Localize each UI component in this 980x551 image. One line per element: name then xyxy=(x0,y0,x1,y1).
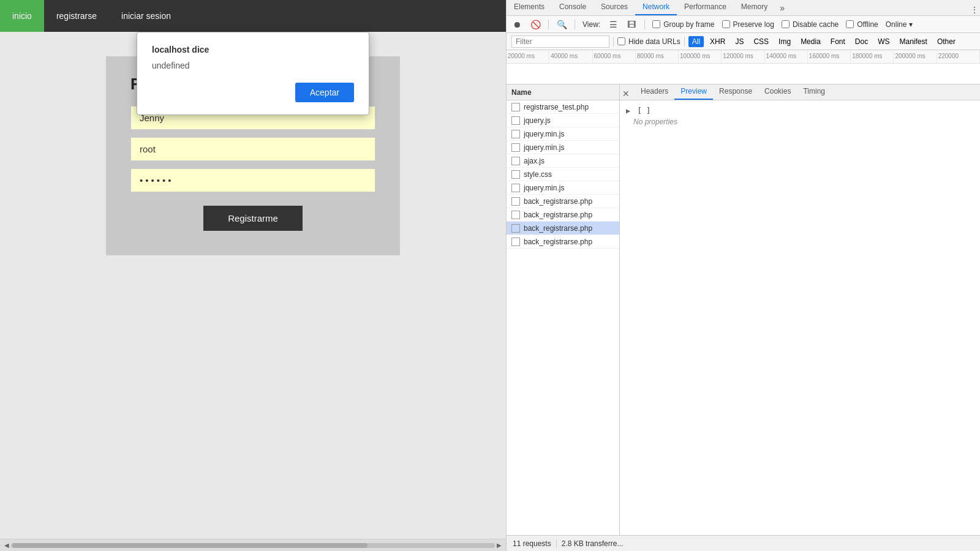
view-list-icon[interactable]: ☰ xyxy=(608,19,619,30)
timeline-label-8: 180000 ms xyxy=(851,50,894,63)
table-row[interactable]: jquery.min.js xyxy=(507,181,619,195)
tab-performance[interactable]: Performance xyxy=(677,0,734,15)
tab-elements[interactable]: Elements xyxy=(507,0,552,15)
file-checkbox-9[interactable] xyxy=(511,224,520,233)
disable-cache-label: Disable cache xyxy=(793,20,839,29)
username-input[interactable] xyxy=(130,137,375,161)
hide-data-urls-label: Hide data URLs xyxy=(628,37,680,46)
table-row[interactable]: registrarse_test.php xyxy=(507,100,619,114)
filter-media[interactable]: Media xyxy=(797,36,824,47)
nav-inicio[interactable]: inicio xyxy=(0,0,44,32)
file-name-1: jquery.js xyxy=(524,116,551,125)
alert-dialog: localhost dice undefined Aceptar xyxy=(137,32,369,115)
devtools-more-icon[interactable]: » xyxy=(775,1,790,15)
hide-data-urls-checkbox[interactable] xyxy=(617,37,625,45)
table-row[interactable]: jquery.min.js xyxy=(507,127,619,141)
file-checkbox-2[interactable] xyxy=(511,130,520,138)
page-area: Registrarse Registrarme localhost dice u… xyxy=(0,32,506,539)
devtools-settings-icon[interactable]: ⋮ xyxy=(969,4,980,15)
scrollbar-track[interactable] xyxy=(11,543,495,548)
filter-js[interactable]: JS xyxy=(731,36,747,47)
filter-all[interactable]: All xyxy=(688,36,704,47)
disable-cache-checkbox[interactable] xyxy=(782,20,790,28)
view-screenshot-icon[interactable]: 🎞 xyxy=(626,19,637,30)
filter-other[interactable]: Other xyxy=(933,36,959,47)
name-column-header: Name xyxy=(511,88,532,97)
filter-css[interactable]: CSS xyxy=(750,36,772,47)
table-row[interactable]: jquery.min.js xyxy=(507,141,619,154)
preserve-log-checkbox[interactable] xyxy=(722,20,730,28)
file-checkbox-10[interactable] xyxy=(511,238,520,246)
close-details-icon[interactable]: ✕ xyxy=(620,88,632,100)
scrollbar-thumb[interactable] xyxy=(12,543,368,548)
toolbar-separator-2 xyxy=(575,20,575,29)
navbar: inicio registrarse iniciar sesion xyxy=(0,0,506,32)
timeline-label-4: 100000 ms xyxy=(679,50,722,63)
file-checkbox-3[interactable] xyxy=(511,143,520,152)
offline-checkbox[interactable] xyxy=(846,20,854,28)
file-name-4: ajax.js xyxy=(524,157,545,165)
table-row[interactable]: jquery.js xyxy=(507,114,619,127)
group-by-frame-checkbox[interactable] xyxy=(652,20,660,28)
filter-doc[interactable]: Doc xyxy=(851,36,872,47)
scroll-left-icon[interactable]: ◀ xyxy=(2,541,11,550)
filter-input[interactable] xyxy=(511,36,609,48)
nav-iniciar-sesion[interactable]: iniciar sesion xyxy=(109,0,183,32)
nav-registrarse[interactable]: registrarse xyxy=(44,0,109,32)
filter-img[interactable]: Img xyxy=(775,36,794,47)
timeline-labels: 20000 ms 40000 ms 60000 ms 80000 ms 1000… xyxy=(507,50,980,64)
password-input[interactable] xyxy=(130,168,375,192)
file-checkbox-7[interactable] xyxy=(511,197,520,206)
file-checkbox-0[interactable] xyxy=(511,103,520,111)
search-icon[interactable]: 🔍 xyxy=(556,19,567,30)
json-expand-icon[interactable]: ▶ xyxy=(626,107,630,115)
tab-memory[interactable]: Memory xyxy=(734,0,775,15)
file-checkbox-6[interactable] xyxy=(511,184,520,192)
devtools-tab-bar: Elements Console Sources Network Perform… xyxy=(507,0,980,16)
filter-font[interactable]: Font xyxy=(827,36,849,47)
timeline-label-10: 220000 xyxy=(937,50,980,63)
view-label: View: xyxy=(582,20,600,29)
timeline-label-1: 40000 ms xyxy=(549,50,592,63)
file-list-panel: Name registrarse_test.php jquery.js jque… xyxy=(507,84,620,535)
filter-ws[interactable]: WS xyxy=(874,36,893,47)
tab-console[interactable]: Console xyxy=(552,0,594,15)
table-row[interactable]: back_registrarse.php xyxy=(507,208,619,222)
file-name-9: back_registrarse.php xyxy=(524,224,592,233)
online-label[interactable]: Online ▾ xyxy=(886,20,913,29)
tab-sources[interactable]: Sources xyxy=(594,0,635,15)
json-array-label: [ ] xyxy=(637,107,650,115)
details-panel: ✕ Headers Preview Response Cookies Timin… xyxy=(620,84,980,535)
tab-cookies[interactable]: Cookies xyxy=(758,84,797,100)
file-name-8: back_registrarse.php xyxy=(524,211,592,219)
table-row[interactable]: ajax.js xyxy=(507,154,619,168)
clear-icon[interactable]: 🚫 xyxy=(530,19,541,30)
dialog-confirm-button[interactable]: Aceptar xyxy=(295,83,354,102)
filter-xhr[interactable]: XHR xyxy=(706,36,729,47)
table-row[interactable]: back_registrarse.php xyxy=(507,222,619,235)
file-checkbox-1[interactable] xyxy=(511,116,520,125)
preserve-log-label: Preserve log xyxy=(733,20,774,29)
register-button[interactable]: Registrarme xyxy=(203,206,303,231)
filter-manifest[interactable]: Manifest xyxy=(896,36,931,47)
timeline-label-3: 80000 ms xyxy=(636,50,679,63)
scroll-right-icon[interactable]: ▶ xyxy=(495,541,503,550)
table-row[interactable]: style.css xyxy=(507,168,619,181)
tab-headers[interactable]: Headers xyxy=(635,84,674,100)
file-checkbox-4[interactable] xyxy=(511,157,520,165)
offline-group: Offline xyxy=(846,20,878,29)
table-row[interactable]: back_registrarse.php xyxy=(507,235,619,249)
tab-preview[interactable]: Preview xyxy=(674,84,713,100)
record-icon[interactable]: ⏺ xyxy=(511,19,522,30)
preserve-log-group: Preserve log xyxy=(722,20,774,29)
horizontal-scrollbar[interactable]: ◀ ▶ xyxy=(0,539,506,551)
file-checkbox-8[interactable] xyxy=(511,211,520,219)
tab-timing[interactable]: Timing xyxy=(797,84,831,100)
file-checkbox-5[interactable] xyxy=(511,170,520,179)
table-row[interactable]: back_registrarse.php xyxy=(507,195,619,208)
devtools-panel: Elements Console Sources Network Perform… xyxy=(506,0,980,551)
tab-network[interactable]: Network xyxy=(635,0,677,15)
group-by-frame-group: Group by frame xyxy=(652,20,714,29)
tab-response[interactable]: Response xyxy=(713,84,758,100)
network-panels: Name registrarse_test.php jquery.js jque… xyxy=(507,84,980,535)
